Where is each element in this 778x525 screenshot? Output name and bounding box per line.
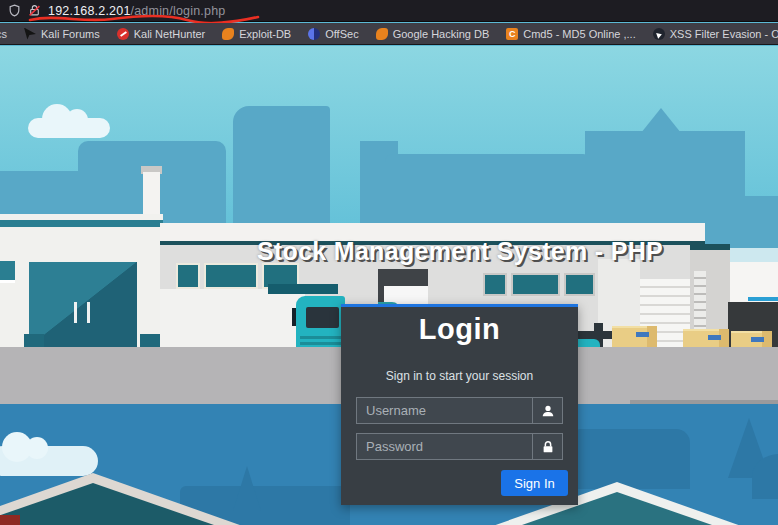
ladder	[694, 271, 706, 331]
cyan-band	[730, 248, 778, 262]
exploit-db-icon	[222, 28, 234, 40]
warehouse-stripe	[0, 220, 163, 227]
bookmark-partial[interactable]: cs	[0, 28, 7, 40]
bookmarks-toolbar: cs Kali Forums Kali NetHunter Exploit-DB…	[0, 23, 778, 45]
username-field	[356, 397, 563, 424]
login-card: Login Sign in to start your session Sign…	[341, 304, 578, 505]
bookmark-cmd5[interactable]: Cmd5 - MD5 Online ,...	[506, 28, 635, 40]
login-subtitle: Sign in to start your session	[341, 369, 578, 383]
password-input[interactable]	[357, 434, 532, 459]
cursor-icon	[24, 28, 36, 40]
blue-trim	[748, 297, 778, 301]
cmd5-icon	[506, 28, 518, 40]
url-text[interactable]: 192.168.2.201/admin/login.php	[48, 4, 225, 18]
door-plinth	[24, 334, 44, 347]
truck-window	[306, 307, 339, 328]
window	[483, 273, 507, 296]
window	[511, 273, 560, 296]
small-window	[0, 261, 15, 283]
password-field	[356, 433, 563, 460]
browser-url-bar[interactable]: 192.168.2.201/admin/login.php	[0, 0, 778, 22]
bookmark-xss-filter-evasion[interactable]: XSS Filter Evasion - O...	[653, 28, 778, 40]
chimney	[0, 515, 20, 525]
lower-silhouette	[570, 429, 690, 489]
cloud	[0, 446, 98, 476]
user-icon	[532, 398, 562, 423]
insecure-lock-icon[interactable]	[28, 4, 41, 17]
bookmark-kali-nethunter[interactable]: Kali NetHunter	[117, 28, 206, 40]
username-input[interactable]	[357, 398, 532, 423]
tower-peak-silhouette	[641, 108, 681, 133]
xss-cheatsheet-icon	[653, 28, 665, 40]
window	[204, 263, 258, 289]
window	[176, 263, 200, 289]
window	[564, 273, 595, 296]
offsec-icon	[308, 28, 320, 40]
bookmark-google-hacking-db[interactable]: Google Hacking DB	[376, 28, 490, 40]
bookmark-kali-forums[interactable]: Kali Forums	[24, 28, 100, 40]
google-hacking-db-icon	[376, 28, 388, 40]
url-host: 192.168.2.201	[48, 4, 131, 18]
wall-panel	[160, 289, 305, 347]
bookmark-offsec[interactable]: OffSec	[308, 28, 358, 40]
url-path: /admin/login.php	[131, 4, 226, 18]
lock-icon	[532, 434, 562, 459]
shield-permissions-icon[interactable]	[8, 4, 21, 17]
cloud	[28, 118, 110, 138]
warehouse-door	[29, 262, 137, 347]
login-heading: Login	[341, 313, 578, 346]
column	[143, 172, 160, 220]
warehouse-stripe	[690, 244, 730, 250]
browser-window: 192.168.2.201/admin/login.php cs Kali Fo…	[0, 0, 778, 525]
sign-in-button[interactable]: Sign In	[501, 470, 568, 496]
page-content: Stock Management System - PHP Login Sign…	[0, 46, 778, 525]
page-title: Stock Management System - PHP	[230, 237, 690, 266]
crate-on-forklift	[612, 326, 657, 349]
bookmark-exploit-db[interactable]: Exploit-DB	[222, 28, 291, 40]
truck-trailer-edge	[268, 284, 338, 294]
roof	[0, 483, 260, 525]
kali-nethunter-icon	[117, 28, 129, 40]
